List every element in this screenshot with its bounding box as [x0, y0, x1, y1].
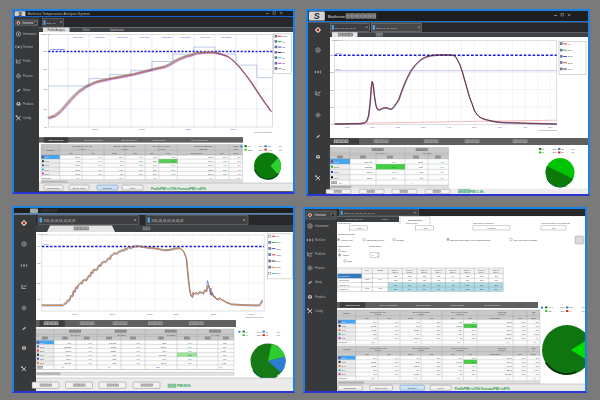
svg-text:21%: 21%	[259, 149, 263, 151]
svg-text:(Expe: (Expe	[233, 152, 239, 154]
svg-text:(20-100): (20-100)	[499, 313, 506, 315]
svg-text:0-4°C(S): 0-4°C(S)	[212, 334, 220, 336]
svg-text:Edit Step: Edit Step	[408, 387, 418, 389]
svg-text:PWI: PWI	[468, 317, 472, 319]
svg-text:55%: 55%	[522, 321, 526, 323]
svg-text:77%: 77%	[472, 325, 476, 327]
svg-text:47%: 47%	[522, 365, 526, 367]
svg-text:47%: 47%	[223, 164, 227, 166]
svg-text:2.1: 2.1	[536, 365, 539, 367]
svg-text:0.3: 0.3	[371, 377, 374, 379]
svg-text:1 of?(S): 1 of?(S)	[418, 313, 425, 315]
svg-text:Volume PWI: Volume PWI	[341, 239, 353, 241]
svg-text:40.5▲: 40.5▲	[371, 365, 377, 367]
svg-text:Zone: Zone	[342, 250, 348, 252]
svg-text:Process: Process	[315, 266, 325, 270]
svg-text:59%: 59%	[172, 164, 176, 166]
svg-text:hl: hl	[542, 151, 544, 153]
svg-text:20:00: 20:00	[173, 313, 179, 315]
svg-text:05:00: 05:00	[92, 128, 98, 130]
svg-text:245(PK2max): 245(PK2max)	[50, 48, 65, 51]
svg-text:3.55: 3.55	[465, 284, 469, 286]
svg-text:CH6: CH6	[276, 272, 281, 274]
svg-text:Zone 3: Zone 3	[421, 271, 426, 273]
svg-text:-175: -175	[422, 275, 426, 277]
svg-text:190-250S: 190-250S	[167, 334, 176, 336]
svg-text:+3%: +3%	[88, 350, 92, 352]
svg-text:2.8: 2.8	[120, 173, 123, 175]
svg-text:77%: 77%	[472, 361, 476, 363]
svg-text:-150: -150	[408, 279, 412, 281]
svg-text:RunLine: RunLine	[315, 238, 326, 242]
svg-text:43.7: 43.7	[458, 365, 462, 367]
svg-text:46.7: 46.7	[153, 164, 157, 166]
svg-text:1.9: 1.9	[506, 377, 509, 379]
svg-text:2.1: 2.1	[536, 329, 539, 331]
svg-text:51.7: 51.7	[153, 173, 157, 175]
svg-text:PWI: PWI	[518, 353, 522, 355]
svg-text:244.5: 244.5	[208, 173, 213, 175]
svg-text:1.1: 1.1	[237, 177, 240, 179]
svg-text:CH4: CH4	[334, 177, 339, 179]
svg-text:177.8: 177.8	[75, 169, 80, 171]
svg-text:Difference: Difference	[42, 177, 51, 179]
svg-text:74%: 74%	[395, 321, 399, 323]
svg-text:21.6: 21.6	[119, 156, 123, 158]
svg-text:Max: Max	[69, 152, 73, 154]
svg-text:77%: 77%	[172, 160, 176, 162]
svg-text:56: 56	[460, 373, 462, 375]
svg-text:PV: PV	[568, 43, 572, 45]
svg-text:Process PWI: Process PWI	[338, 222, 351, 224]
svg-text:187.6: 187.6	[75, 164, 80, 166]
svg-text:85%: 85%	[437, 357, 441, 359]
svg-text:Solder PWI: Solder PWI	[406, 222, 417, 224]
svg-text:FAIL: FAIL	[268, 149, 273, 151]
svg-text:59%: 59%	[472, 329, 476, 331]
svg-text:+3%: +3%	[136, 358, 140, 360]
svg-text:1.8: 1.8	[238, 160, 241, 162]
svg-text:400.0: 400.0	[44, 243, 50, 245]
svg-text:145: 145	[437, 288, 440, 290]
svg-text:2.1: 2.1	[238, 164, 241, 166]
svg-text:61%: 61%	[98, 173, 102, 175]
svg-text:32%: 32%	[437, 365, 441, 367]
svg-text:61%: 61%	[188, 346, 192, 348]
svg-text:Edit Step: Edit Step	[103, 187, 113, 189]
svg-text:41.7: 41.7	[458, 321, 462, 323]
svg-text:Information: Information	[315, 224, 329, 228]
svg-text:Zone 4: Zone 4	[436, 271, 441, 273]
svg-text:65%: 65%	[139, 169, 143, 171]
svg-text:10:00: 10:00	[110, 313, 116, 315]
svg-text:90-12(S): 90-12(S)	[456, 313, 464, 315]
svg-text:File information: File information	[484, 304, 501, 307]
svg-text:0.6: 0.6	[414, 377, 417, 379]
svg-text:61%: 61%	[522, 325, 526, 327]
svg-text:47%: 47%	[522, 329, 526, 331]
svg-text:-175: -175	[422, 279, 426, 281]
svg-text:Speed: Speed	[377, 269, 383, 271]
svg-text:2.76: 2.76	[416, 361, 420, 363]
svg-text:2016_08_08_08_08_08_08: 2016_08_08_08_08_08_08	[44, 219, 76, 223]
svg-text:zone1(150): zone1(150)	[73, 36, 83, 38]
svg-text:54%: 54%	[392, 177, 396, 179]
svg-text:<70%: <70%	[364, 278, 370, 280]
svg-text:72%: 72%	[472, 321, 476, 323]
svg-text:2.56▲: 2.56▲	[414, 365, 420, 367]
svg-text:89%: 89%	[437, 361, 441, 363]
svg-text:240.7: 240.7	[208, 164, 213, 166]
svg-text:1.1: 1.1	[533, 341, 536, 343]
svg-text:CH3: CH3	[334, 171, 339, 173]
svg-text:Difference: Difference	[339, 341, 348, 343]
svg-text:CH4: CH4	[276, 260, 281, 262]
svg-text:202.1▲: 202.1▲	[365, 166, 372, 168]
svg-text:0.9: 0.9	[379, 278, 383, 280]
svg-text:Saved profiles: Saved profiles	[121, 139, 137, 142]
svg-text:Temperature: Temperature	[369, 245, 382, 247]
svg-text:Unit(one) by: Unit(one) by	[339, 284, 350, 286]
svg-text:56: 56	[460, 337, 462, 339]
svg-text:543▲: 543▲	[111, 346, 116, 348]
svg-text:hg: hg	[266, 331, 269, 333]
svg-text:1.9: 1.9	[536, 337, 539, 339]
svg-text:90-12(S): 90-12(S)	[456, 349, 464, 351]
svg-text:1.06: 1.06	[378, 287, 383, 289]
